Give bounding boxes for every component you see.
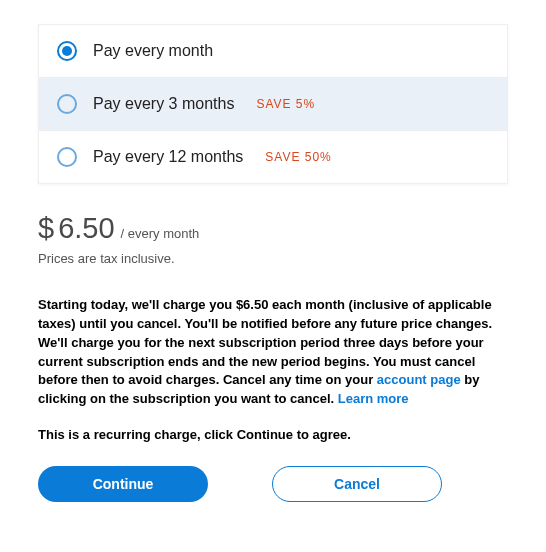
option-label: Pay every 3 months bbox=[93, 95, 234, 113]
price-block: $6.50 / every month Prices are tax inclu… bbox=[38, 212, 508, 266]
tax-note: Prices are tax inclusive. bbox=[38, 251, 508, 266]
cancel-button[interactable]: Cancel bbox=[272, 466, 442, 502]
radio-icon bbox=[57, 41, 77, 61]
option-pay-3-months[interactable]: Pay every 3 months SAVE 5% bbox=[39, 77, 507, 130]
option-label: Pay every month bbox=[93, 42, 213, 60]
payment-frequency-options: Pay every month Pay every 3 months SAVE … bbox=[38, 24, 508, 184]
price-period: / every month bbox=[121, 226, 200, 241]
option-label: Pay every 12 months bbox=[93, 148, 243, 166]
account-page-link[interactable]: account page bbox=[377, 372, 461, 387]
price-currency: $ bbox=[38, 212, 54, 245]
terms-text: Starting today, we'll charge you $6.50 e… bbox=[38, 296, 508, 409]
save-badge: SAVE 5% bbox=[256, 97, 315, 111]
radio-icon bbox=[57, 94, 77, 114]
button-row: Continue Cancel bbox=[38, 466, 508, 502]
option-pay-monthly[interactable]: Pay every month bbox=[39, 25, 507, 77]
continue-button[interactable]: Continue bbox=[38, 466, 208, 502]
price-line: $6.50 / every month bbox=[38, 212, 508, 245]
recurring-note: This is a recurring charge, click Contin… bbox=[38, 427, 508, 442]
price-amount: 6.50 bbox=[58, 212, 114, 245]
radio-icon bbox=[57, 147, 77, 167]
option-pay-12-months[interactable]: Pay every 12 months SAVE 50% bbox=[39, 130, 507, 183]
learn-more-link[interactable]: Learn more bbox=[338, 391, 409, 406]
save-badge: SAVE 50% bbox=[265, 150, 331, 164]
